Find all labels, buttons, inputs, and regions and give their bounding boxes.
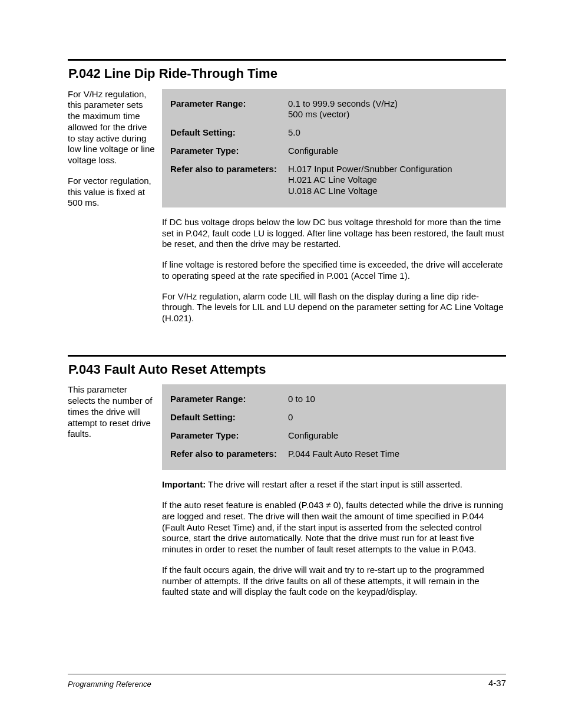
param-value: 0.1 to 999.9 seconds (V/Hz) 500 ms (vect… <box>288 98 498 121</box>
param-value-line: H.021 AC Line Voltage <box>288 174 498 186</box>
param-label: Default Setting: <box>170 412 288 423</box>
param-label: Refer also to parameters: <box>170 164 288 175</box>
parameter-box: Parameter Range: 0 to 10 Default Setting… <box>162 384 506 470</box>
param-row-range: Parameter Range: 0.1 to 999.9 seconds (V… <box>170 95 498 124</box>
page-footer: Programming Reference 4-37 <box>68 674 506 689</box>
parameter-box: Parameter Range: 0.1 to 999.9 seconds (V… <box>162 89 506 207</box>
desc-paragraph: If the auto reset feature is enabled (P.… <box>162 500 506 555</box>
param-value: Configurable <box>288 146 498 157</box>
param-value: 5.0 <box>288 127 498 139</box>
section-body: This parameter selects the number of tim… <box>68 384 506 607</box>
section-body: For V/Hz regulation, this parameter sets… <box>68 89 506 334</box>
param-value-line: U.018 AC LIne Voltage <box>288 186 498 197</box>
description: If DC bus voltage drops below the low DC… <box>162 217 506 324</box>
footer-left: Programming Reference <box>68 680 151 689</box>
param-value-line: 500 ms (vector) <box>288 109 498 120</box>
param-label: Parameter Range: <box>170 394 288 405</box>
param-row-default: Default Setting: 5.0 <box>170 124 498 142</box>
page: P.042 Line Dip Ride-Through Time For V/H… <box>0 0 562 728</box>
side-paragraph: For vector regulation, this value is fix… <box>68 176 156 209</box>
important-label: Important: <box>162 479 206 489</box>
side-column: This parameter selects the number of tim… <box>68 384 162 449</box>
param-label: Refer also to parameters: <box>170 449 288 460</box>
param-label: Default Setting: <box>170 127 288 139</box>
section-rule <box>68 59 506 61</box>
param-row-type: Parameter Type: Configurable <box>170 427 498 445</box>
description: Important: The drive will restart after … <box>162 479 506 598</box>
side-column: For V/Hz regulation, this parameter sets… <box>68 89 162 219</box>
param-label: Parameter Type: <box>170 430 288 442</box>
important-note: Important: The drive will restart after … <box>162 479 506 490</box>
param-value: Configurable <box>288 430 498 442</box>
desc-paragraph: If line voltage is restored before the s… <box>162 259 506 282</box>
param-value: 0 to 10 <box>288 394 498 405</box>
param-value-line: H.017 Input Power/Snubber Configuration <box>288 164 498 175</box>
param-row-default: Default Setting: 0 <box>170 409 498 427</box>
param-row-type: Parameter Type: Configurable <box>170 142 498 160</box>
param-value-line: 0.1 to 999.9 seconds (V/Hz) <box>288 98 498 110</box>
side-paragraph: For V/Hz regulation, this parameter sets… <box>68 89 156 166</box>
main-column: Parameter Range: 0.1 to 999.9 seconds (V… <box>162 89 506 334</box>
important-text: The drive will restart after a reset if … <box>208 479 462 489</box>
section-rule <box>68 355 506 357</box>
desc-paragraph: If DC bus voltage drops below the low DC… <box>162 217 506 250</box>
param-value: P.044 Fault Auto Reset Time <box>288 449 498 460</box>
param-row-range: Parameter Range: 0 to 10 <box>170 390 498 409</box>
desc-paragraph: If the fault occurs again, the drive wil… <box>162 565 506 598</box>
footer-right: 4-37 <box>488 678 506 689</box>
main-column: Parameter Range: 0 to 10 Default Setting… <box>162 384 506 607</box>
param-label: Parameter Type: <box>170 146 288 157</box>
section-title: P.042 Line Dip Ride-Through Time <box>68 65 506 82</box>
param-value: H.017 Input Power/Snubber Configuration … <box>288 164 498 197</box>
section-title: P.043 Fault Auto Reset Attempts <box>68 361 506 378</box>
param-value: 0 <box>288 412 498 423</box>
side-paragraph: This parameter selects the number of tim… <box>68 384 156 440</box>
desc-paragraph: For V/Hz regulation, alarm code LIL will… <box>162 291 506 324</box>
param-row-refer: Refer also to parameters: P.044 Fault Au… <box>170 445 498 463</box>
param-label: Parameter Range: <box>170 98 288 110</box>
param-row-refer: Refer also to parameters: H.017 Input Po… <box>170 160 498 200</box>
